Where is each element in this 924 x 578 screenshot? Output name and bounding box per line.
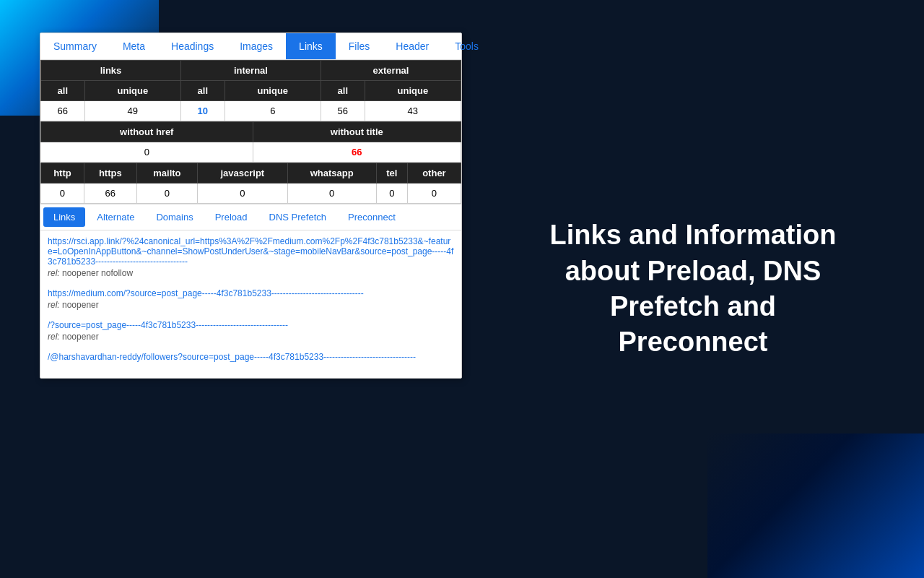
tab-headings[interactable]: Headings	[158, 33, 227, 59]
tab-tools[interactable]: Tools	[442, 33, 492, 59]
protocol-table: http https mailto javascript whatsapp te…	[40, 163, 461, 204]
val-whatsapp: 0	[287, 184, 376, 204]
sub-tab-domains[interactable]: Domains	[146, 207, 203, 227]
sub-tab-dns-prefetch[interactable]: DNS Prefetch	[259, 207, 336, 227]
link-rel-2: rel: noopener	[48, 300, 454, 310]
proto-tel: tel	[376, 163, 407, 184]
sub-tab-preconnect[interactable]: Preconnect	[338, 207, 406, 227]
link-item: https://medium.com/?source=post_page----…	[48, 288, 454, 310]
col-unique1: unique	[84, 81, 180, 101]
main-panel: Summary Meta Headings Images Links Files…	[40, 33, 462, 379]
external-header: external	[321, 61, 461, 81]
link-item: https://rsci.app.link/?%24canonical_url=…	[48, 236, 454, 278]
link-rel-1: rel: noopener nofollow	[48, 268, 454, 278]
sub-tab-preload[interactable]: Preload	[205, 207, 258, 227]
col-all3: all	[321, 81, 365, 101]
stats-area: links internal external all unique all u…	[40, 60, 461, 204]
val-http: 0	[41, 184, 84, 204]
sub-tab-alternate[interactable]: Alternate	[87, 207, 144, 227]
tab-links[interactable]: Links	[286, 33, 336, 59]
sub-tab-links[interactable]: Links	[43, 207, 85, 227]
link-url-2[interactable]: https://medium.com/?source=post_page----…	[48, 288, 454, 298]
val-https: 66	[84, 184, 136, 204]
links-list: https://rsci.app.link/?%24canonical_url=…	[40, 230, 461, 378]
links-stats-table: links internal external all unique all u…	[40, 60, 461, 121]
tab-files[interactable]: Files	[336, 33, 383, 59]
right-panel-text: Links and Information about Preload, DNS…	[513, 189, 873, 389]
proto-mailto: mailto	[136, 163, 197, 184]
val-tel: 0	[376, 184, 407, 204]
proto-javascript: javascript	[198, 163, 287, 184]
proto-https: https	[84, 163, 136, 184]
val-unique-internal: 6	[225, 101, 321, 121]
val-unique-external: 43	[365, 101, 461, 121]
href-title-table: without href without title 0 66	[40, 121, 461, 163]
sub-tab-bar: Links Alternate Domains Preload DNS Pref…	[40, 204, 461, 230]
val-unique-links: 49	[84, 101, 180, 121]
right-panel: Links and Information about Preload, DNS…	[462, 0, 924, 578]
without-href-header: without href	[41, 122, 253, 142]
col-all1: all	[41, 81, 85, 101]
proto-whatsapp: whatsapp	[287, 163, 376, 184]
tab-header[interactable]: Header	[383, 33, 442, 59]
internal-header: internal	[180, 61, 321, 81]
tab-meta[interactable]: Meta	[110, 33, 158, 59]
link-item: /?source=post_page-----4f3c781b5233-----…	[48, 320, 454, 342]
without-title-header: without title	[253, 122, 461, 142]
links-header: links	[41, 61, 181, 81]
tab-images[interactable]: Images	[227, 33, 286, 59]
val-all-internal: 10	[180, 101, 225, 121]
val-all-external: 56	[321, 101, 365, 121]
val-without-href: 0	[41, 142, 253, 163]
link-item: /@harshavardhan-reddy/followers?source=p…	[48, 352, 454, 362]
val-all-links: 66	[41, 101, 85, 121]
val-other: 0	[407, 184, 461, 204]
link-url-3[interactable]: /?source=post_page-----4f3c781b5233-----…	[48, 320, 454, 330]
val-without-title: 66	[253, 142, 461, 163]
col-all2: all	[180, 81, 225, 101]
tab-bar: Summary Meta Headings Images Links Files…	[40, 33, 461, 60]
val-javascript: 0	[198, 184, 287, 204]
link-rel-3: rel: noopener	[48, 332, 454, 342]
col-unique3: unique	[365, 81, 461, 101]
link-url-1[interactable]: https://rsci.app.link/?%24canonical_url=…	[48, 236, 454, 267]
proto-other: other	[407, 163, 461, 184]
col-unique2: unique	[225, 81, 321, 101]
tab-summary[interactable]: Summary	[40, 33, 110, 59]
val-mailto: 0	[136, 184, 197, 204]
link-url-4[interactable]: /@harshavardhan-reddy/followers?source=p…	[48, 352, 454, 362]
proto-http: http	[41, 163, 84, 184]
